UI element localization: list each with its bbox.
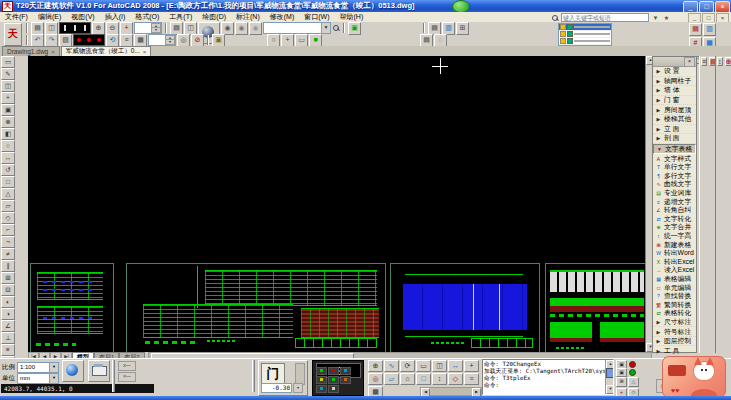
- toolbar-icon[interactable]: [165, 23, 167, 33]
- screen-menu-item[interactable]: ▶ 楼梯其他: [653, 115, 696, 125]
- screen-menu-item[interactable]: ⇄ 表格转化: [653, 309, 696, 318]
- menu-item[interactable]: 格式(O): [130, 12, 164, 22]
- screen-menu-item[interactable]: □ 单元编辑: [653, 283, 696, 292]
- snap-tool-icon[interactable]: ≡: [464, 373, 479, 385]
- screen-menu-item[interactable]: ▶ 墙 体: [653, 86, 696, 96]
- document-tab[interactable]: Drawing1.dwg ×: [2, 46, 60, 56]
- elevation-input[interactable]: -0.30: [261, 383, 292, 393]
- snap-tool-icon[interactable]: ◫: [432, 360, 447, 372]
- close-icon[interactable]: ×: [684, 57, 695, 67]
- modify-tool-icon[interactable]: ↺: [1, 164, 15, 176]
- toolbar-icon[interactable]: ▤: [420, 34, 433, 47]
- menu-item[interactable]: 标注(N): [231, 12, 265, 22]
- modify-tool-icon[interactable]: ∠: [1, 320, 15, 332]
- screen-menu-item[interactable]: ▶ 符号标注: [653, 327, 696, 337]
- drawing-canvas[interactable]: [28, 56, 645, 352]
- dim-tool-button[interactable]: x—: [118, 361, 136, 371]
- screen-menu-item[interactable]: X 转出Excel: [653, 257, 696, 266]
- screen-menu-item[interactable]: → 读入Excel: [653, 266, 696, 275]
- toolbar-icon[interactable]: ▣: [348, 22, 361, 35]
- scale-select[interactable]: 1:100▼: [17, 362, 59, 373]
- floor-spinner[interactable]: ▴ ▾: [134, 22, 162, 34]
- document-tab[interactable]: 军威物流食堂（竣工）0... ×: [61, 46, 152, 56]
- screen-menu-item[interactable]: ▶ 图层控制: [653, 337, 696, 347]
- toolbar-icon[interactable]: ▤: [689, 23, 702, 36]
- screen-menu-item[interactable]: ▶ 轴网柱子: [653, 77, 696, 87]
- toolbar-icon[interactable]: ▣: [212, 34, 225, 47]
- toolbar-icon[interactable]: ◎: [177, 34, 190, 47]
- combo-dropdown-icon[interactable]: ▼: [321, 23, 330, 33]
- command-horizontal-scrollbar[interactable]: ◀ ▶: [420, 387, 482, 396]
- dropdown-icon[interactable]: ▼: [49, 374, 58, 383]
- toolbar-icon[interactable]: ▭: [295, 34, 308, 47]
- screen-menu-item[interactable]: ▶ 设 置: [653, 67, 696, 77]
- screen-menu-item[interactable]: ▶ 工 具: [653, 346, 696, 356]
- spin-down-icon[interactable]: ▾: [165, 39, 175, 45]
- toolbar-icon[interactable]: ↶: [31, 34, 44, 47]
- menu-item[interactable]: 文件(F): [0, 12, 33, 22]
- snap-tool-icon[interactable]: +: [464, 360, 479, 372]
- screen-menu-item[interactable]: ≡ 递增文字: [653, 197, 696, 206]
- screen-menu-item[interactable]: 繁 繁简转换: [653, 300, 696, 309]
- screen-menu-header[interactable]: ×: [653, 57, 696, 67]
- material-icon[interactable]: ◉: [249, 22, 262, 35]
- layer-quick-list[interactable]: [558, 23, 612, 46]
- toolbar-icon[interactable]: ⊕: [92, 22, 105, 35]
- plot-button[interactable]: [88, 360, 110, 382]
- calculator-key[interactable]: [328, 367, 339, 375]
- toolbar-icon[interactable]: +: [281, 34, 294, 47]
- unit-select[interactable]: mm▼: [17, 373, 59, 384]
- cad-tool-icon[interactable]: ≡: [701, 57, 707, 66]
- modify-tool-icon[interactable]: ◐: [1, 296, 15, 308]
- modify-tool-icon[interactable]: ⊥: [1, 332, 15, 344]
- calculator-key[interactable]: [316, 367, 327, 375]
- menu-item[interactable]: 工具(T): [164, 12, 197, 22]
- toolbar-icon[interactable]: ≡: [120, 34, 133, 47]
- modify-tool-icon[interactable]: ▱: [1, 200, 15, 212]
- spin-down-icon[interactable]: ▾: [151, 27, 161, 33]
- snap-tool-icon[interactable]: ↔: [448, 360, 463, 372]
- toolbar-icon[interactable]: ↷: [45, 34, 58, 47]
- toolbar-icon[interactable]: ▥: [703, 23, 716, 36]
- modify-tool-icon[interactable]: ◇: [1, 212, 15, 224]
- modify-tool-icon[interactable]: ▭: [1, 56, 15, 68]
- screen-menu-item[interactable]: ⊞ 新建表格: [653, 240, 696, 249]
- door-palette-slider[interactable]: [295, 363, 305, 385]
- menu-item[interactable]: 视图(V): [66, 12, 99, 22]
- modify-tool-icon[interactable]: +: [1, 92, 15, 104]
- snap-tool-icon[interactable]: ⟳: [400, 360, 415, 372]
- calculator-key[interactable]: [328, 376, 339, 384]
- snap-tool-icon[interactable]: ⌂: [400, 373, 415, 385]
- annotation-search-combo[interactable]: ▼: [263, 22, 331, 34]
- snap-tool-icon[interactable]: □: [416, 373, 431, 385]
- screen-menu-item[interactable]: ▶ 门 窗: [653, 96, 696, 106]
- globe-button[interactable]: [62, 360, 84, 382]
- toolbar-icon[interactable]: ◌: [434, 34, 447, 47]
- scrollbar-thumb[interactable]: [606, 368, 614, 378]
- cad-tool-icon[interactable]: ⊕: [725, 57, 731, 66]
- modify-tool-icon[interactable]: ↔: [1, 152, 15, 164]
- tab-close-icon[interactable]: ×: [143, 49, 147, 55]
- screen-menu-item[interactable]: ↕ 统一字高: [653, 232, 696, 241]
- search-dropdown-icon[interactable]: ▼: [651, 14, 660, 22]
- desktop-mascot[interactable]: ♥♥: [662, 356, 726, 398]
- calculator-key[interactable]: [328, 385, 339, 393]
- toolbar-icon[interactable]: ■: [309, 34, 322, 47]
- layer-row[interactable]: [559, 31, 611, 38]
- command-window[interactable]: 命令: T20ChangeEx加载天正菜单: C:\Tangent\TArchT…: [482, 359, 614, 395]
- menu-item[interactable]: 窗口(W): [299, 12, 334, 22]
- modify-tool-icon[interactable]: ◑: [1, 308, 15, 320]
- search-input[interactable]: [561, 13, 649, 22]
- mini-tool-icon[interactable]: ⊞: [616, 377, 627, 387]
- snap-tool-icon[interactable]: ⊕: [368, 360, 383, 372]
- screen-menu-item[interactable]: A 文字样式: [653, 154, 696, 163]
- toolbar-icon[interactable]: [423, 23, 425, 33]
- snap-tool-icon[interactable]: ↕: [432, 373, 447, 385]
- modify-tool-icon[interactable]: □: [1, 176, 15, 188]
- screen-menu-item[interactable]: ⊕ 文字合并: [653, 223, 696, 232]
- modify-tool-icon[interactable]: ◫: [1, 80, 15, 92]
- snap-tool-icon[interactable]: ▱: [384, 373, 399, 385]
- screen-menu-item[interactable]: ▶ 房间屋顶: [653, 105, 696, 115]
- screen-menu-item[interactable]: T 单行文字: [653, 163, 696, 172]
- screen-menu-item[interactable]: ? 查找替换: [653, 292, 696, 301]
